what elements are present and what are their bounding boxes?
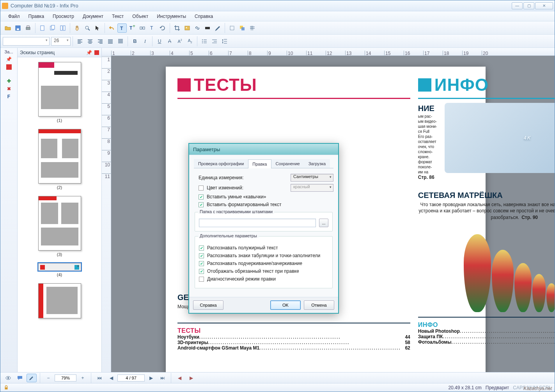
menu-document[interactable]: Документ	[79, 12, 107, 21]
history-fwd-icon[interactable]: ▶	[186, 374, 196, 382]
history-back-icon[interactable]: ◀	[174, 374, 184, 382]
thumbnail-2[interactable]	[38, 129, 81, 184]
pin-icon[interactable]: 📌	[6, 57, 12, 62]
next-page-icon[interactable]: ▶	[146, 374, 156, 382]
thumbnail-3[interactable]	[38, 196, 81, 251]
toc-row: Android-смартфон GSmart Maya M162	[177, 345, 410, 351]
ok-button[interactable]: OK	[270, 300, 301, 310]
menu-file[interactable]: Файл	[4, 12, 24, 21]
zoom-icon[interactable]	[83, 23, 92, 33]
redact-icon[interactable]	[203, 23, 212, 33]
zoom-in-icon[interactable]: +	[78, 374, 88, 382]
opt-underline-checkbox[interactable]: ✔	[199, 261, 204, 266]
align-full-icon[interactable]	[116, 37, 125, 46]
opt-tabs-checkbox[interactable]: ✔	[199, 253, 204, 258]
list-icon[interactable]	[200, 37, 209, 46]
remove-icon[interactable]: ✖	[7, 86, 11, 92]
close-thumb-icon[interactable]	[94, 50, 99, 55]
print-icon[interactable]	[23, 23, 33, 33]
align-left-icon[interactable]	[75, 37, 85, 46]
link-icon[interactable]	[193, 23, 202, 33]
menu-object[interactable]: Объект	[128, 12, 152, 21]
browse-button[interactable]: ...	[319, 219, 328, 227]
tab-spellcheck[interactable]: Проверка орфографии	[194, 159, 248, 168]
tab-saving[interactable]: Сохранение	[271, 159, 304, 168]
maximize-button[interactable]: ▢	[523, 2, 534, 9]
edit-mode-icon[interactable]	[27, 374, 37, 382]
undo-icon[interactable]	[107, 23, 117, 33]
subscript-icon[interactable]: A2	[185, 37, 195, 46]
comment-mode-icon[interactable]	[15, 374, 25, 382]
opt-bold-checkbox[interactable]: ✔	[199, 245, 204, 251]
align-justify-icon[interactable]	[106, 37, 115, 46]
linked-text-icon[interactable]	[138, 23, 147, 33]
menu-view[interactable]: Просмотр	[49, 12, 78, 21]
hand-icon[interactable]	[73, 23, 82, 33]
strike-icon[interactable]: A	[165, 37, 174, 46]
lock-icon	[4, 385, 9, 390]
menu-text[interactable]: Текст	[108, 12, 128, 21]
underline-icon[interactable]: U	[155, 37, 164, 46]
align-right-icon[interactable]	[96, 37, 105, 46]
image-icon[interactable]	[183, 23, 192, 33]
thumbnail-5[interactable]	[38, 283, 81, 318]
view-mode-icon[interactable]	[3, 374, 13, 382]
text-hand-icon[interactable]: T	[148, 23, 157, 33]
fontsize-combo[interactable]: 26	[51, 37, 71, 46]
close-button[interactable]: ✕	[535, 2, 553, 9]
open-icon[interactable]	[3, 23, 12, 33]
zoom-input[interactable]	[55, 374, 76, 381]
menu-tools[interactable]: Инструменты	[153, 12, 190, 21]
pages-icon[interactable]	[58, 23, 67, 33]
unit-select[interactable]: Сантиметры	[291, 174, 333, 182]
toolbar-main: T T+ T	[0, 21, 555, 35]
text-tool-icon[interactable]: T	[117, 23, 127, 33]
rotate-icon[interactable]	[158, 23, 167, 33]
toc-row: Фотоальбомы78	[418, 339, 555, 345]
font-combo[interactable]	[3, 37, 50, 46]
thumbnail-4[interactable]	[38, 263, 81, 271]
pin-icon[interactable]: 📌	[86, 50, 92, 55]
thumbnail-1[interactable]	[38, 62, 81, 117]
pointer-icon[interactable]	[93, 23, 102, 33]
eyedrop-icon[interactable]	[213, 23, 222, 33]
select-rect-icon[interactable]	[227, 23, 237, 33]
align-center-icon[interactable]	[85, 37, 95, 46]
prev-page-icon[interactable]: ◀	[106, 374, 116, 382]
overlay-icon[interactable]	[238, 23, 247, 33]
stamps-path-input[interactable]	[199, 219, 316, 227]
grid-icon[interactable]	[248, 23, 257, 33]
superscript-icon[interactable]: A2	[175, 37, 184, 46]
bold-icon[interactable]: B	[130, 37, 140, 46]
copypage-icon[interactable]	[48, 23, 57, 33]
tab-editing[interactable]: Правка	[248, 159, 271, 168]
changes-color-checkbox[interactable]: ✔	[199, 185, 204, 191]
cancel-button[interactable]: Отмена	[304, 300, 334, 310]
tab-loading[interactable]: Загрузка	[304, 159, 330, 168]
menu-edit[interactable]: Правка	[25, 12, 48, 21]
minimize-button[interactable]: —	[512, 2, 523, 9]
smart-quotes-checkbox[interactable]: ✔	[199, 194, 204, 200]
help-button[interactable]: Справка	[193, 300, 223, 310]
page-input[interactable]	[117, 374, 145, 381]
save-icon[interactable]	[13, 23, 23, 33]
ruler-vertical: 1234567891011	[102, 56, 111, 372]
svg-text:T: T	[150, 25, 153, 31]
opt-clipped-checkbox[interactable]: ✔	[199, 269, 204, 274]
menu-help[interactable]: Справка	[191, 12, 217, 21]
italic-icon[interactable]: I	[140, 37, 150, 46]
paste-formatted-checkbox[interactable]: ✔	[199, 202, 204, 207]
flag-icon[interactable]: F	[7, 94, 10, 99]
last-page-icon[interactable]: ⏭	[158, 374, 168, 382]
first-page-icon[interactable]: ⏮	[94, 374, 105, 382]
zoom-out-icon[interactable]: −	[43, 374, 53, 382]
crop-icon[interactable]	[172, 23, 182, 33]
opt-diagnostic-checkbox[interactable]: ✔	[199, 277, 204, 282]
text-plus-icon[interactable]: T+	[128, 23, 137, 33]
indent-icon[interactable]	[210, 37, 219, 46]
add-icon[interactable]: ✚	[7, 78, 11, 84]
spacing-icon[interactable]	[220, 37, 229, 46]
close-panel-icon[interactable]	[6, 64, 12, 70]
newpage-icon[interactable]	[38, 23, 47, 33]
toc-row: Защита ПК76	[418, 334, 555, 339]
